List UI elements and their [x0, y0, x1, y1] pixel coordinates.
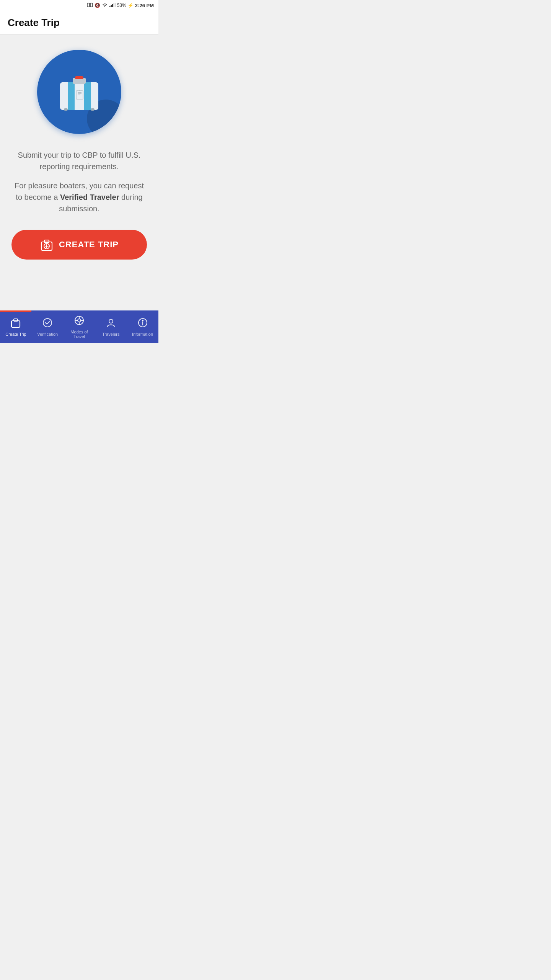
- wifi-icon: [102, 3, 108, 8]
- svg-point-34: [109, 319, 113, 323]
- btn-suitcase-icon: [40, 238, 54, 251]
- svg-rect-0: [87, 3, 90, 7]
- description-text-2: For pleasure boaters, you can request to…: [11, 180, 147, 214]
- nav-label-create-trip: Create Trip: [5, 332, 26, 336]
- svg-rect-25: [11, 321, 20, 327]
- battery-text: 53%: [117, 3, 126, 8]
- status-icons: 🔇 53% ⚡ 2:26 PM: [87, 2, 154, 9]
- svg-rect-10: [84, 82, 91, 110]
- svg-rect-16: [78, 93, 82, 94]
- nav-label-verification: Verification: [37, 332, 58, 336]
- suitcase-illustration: [37, 50, 121, 134]
- svg-point-27: [43, 318, 52, 327]
- svg-rect-18: [64, 108, 68, 111]
- svg-rect-4: [111, 5, 112, 7]
- signal-icon: [109, 3, 116, 8]
- nav-label-modes-of-travel: Modes of Travel: [65, 330, 93, 339]
- svg-rect-9: [68, 82, 75, 110]
- main-content: Submit your trip to CBP to fulfill U.S. …: [0, 34, 158, 310]
- svg-rect-6: [113, 3, 114, 7]
- create-trip-button[interactable]: CREATE TRIP: [11, 230, 147, 260]
- svg-rect-26: [14, 319, 18, 321]
- svg-rect-12: [75, 76, 83, 79]
- bottom-navigation: Create Trip Verification Modes of Travel: [0, 310, 158, 343]
- nav-label-information: Information: [132, 332, 153, 336]
- nav-item-verification[interactable]: Verification: [32, 310, 64, 343]
- svg-point-29: [78, 319, 81, 322]
- nav-item-information[interactable]: Information: [127, 310, 158, 343]
- desc2-bold: Verified Traveler: [60, 193, 119, 201]
- page-header: Create Trip: [0, 11, 158, 34]
- suitcase-icon: [54, 71, 104, 113]
- svg-rect-1: [90, 3, 93, 7]
- svg-rect-21: [44, 240, 49, 243]
- verification-nav-icon: [42, 317, 53, 330]
- svg-rect-19: [91, 108, 95, 111]
- battery-icon: ⚡: [128, 3, 134, 8]
- nav-item-create-trip[interactable]: Create Trip: [0, 310, 32, 343]
- description-block: Submit your trip to CBP to fulfill U.S. …: [11, 149, 147, 214]
- travelers-nav-icon: [106, 317, 116, 330]
- svg-rect-7: [115, 3, 116, 7]
- svg-rect-3: [109, 6, 111, 7]
- time-display: 2:26 PM: [135, 3, 154, 8]
- nfc-icon: [87, 2, 93, 9]
- page-title: Create Trip: [8, 17, 151, 29]
- nav-label-travelers: Travelers: [102, 332, 119, 336]
- svg-rect-15: [78, 92, 82, 93]
- description-text-1: Submit your trip to CBP to fulfill U.S. …: [11, 149, 147, 172]
- mute-icon: 🔇: [95, 3, 100, 8]
- modes-of-travel-nav-icon: [74, 315, 85, 327]
- information-nav-icon: [137, 317, 148, 330]
- nav-item-modes-of-travel[interactable]: Modes of Travel: [64, 310, 95, 343]
- svg-rect-17: [78, 95, 80, 95]
- create-trip-nav-icon: [10, 317, 21, 330]
- svg-point-37: [142, 320, 143, 321]
- create-trip-label: CREATE TRIP: [59, 240, 119, 250]
- nav-item-travelers[interactable]: Travelers: [95, 310, 127, 343]
- svg-rect-5: [112, 4, 113, 7]
- status-bar: 🔇 53% ⚡ 2:26 PM: [0, 0, 158, 11]
